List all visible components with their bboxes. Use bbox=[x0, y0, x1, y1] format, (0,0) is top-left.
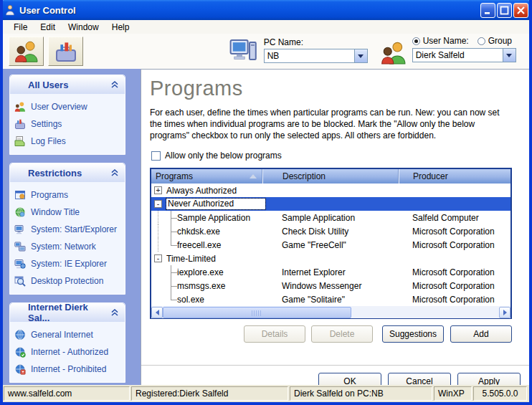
minimize-button[interactable] bbox=[480, 3, 495, 18]
toolbar: PC Name: NB User Name: Group Dierk bbox=[3, 34, 529, 69]
status-registered: Registered:Dierk Salfeld bbox=[131, 386, 288, 401]
section-header-restrictions[interactable]: Restrictions bbox=[10, 163, 125, 182]
maximize-button[interactable] bbox=[497, 3, 512, 18]
sidebar-item-system-start-explorer[interactable]: System: Start/Explorer bbox=[14, 221, 125, 238]
sidebar-item-system-network[interactable]: System: Network bbox=[14, 238, 125, 255]
column-header-programs[interactable]: Programs bbox=[151, 169, 262, 184]
tree-branch bbox=[151, 224, 177, 238]
page-description: For each user, define the times when par… bbox=[150, 107, 513, 141]
sidebar-item-settings[interactable]: Settings bbox=[14, 115, 125, 133]
sidebar-item-programs[interactable]: Programs bbox=[14, 186, 125, 204]
pc-name-select[interactable]: NB bbox=[264, 49, 368, 63]
globe-check-icon bbox=[14, 346, 26, 358]
sidebar-section-restrictions: Restrictions Programs Window Title Syste… bbox=[9, 163, 125, 295]
table-row[interactable]: msmsgs.exe Windows Messenger Microsoft C… bbox=[151, 279, 510, 292]
main-panel: Programs For each user, define the times… bbox=[141, 69, 529, 385]
dialog-actions: OK Cancel Apply bbox=[150, 373, 521, 385]
sidebar-section-all-users: All Users User Overview Settings Log Fil… bbox=[9, 75, 125, 155]
table-row[interactable]: Sample Application Sample Application Sa… bbox=[151, 211, 510, 224]
menu-help[interactable]: Help bbox=[105, 21, 136, 34]
sidebar-item-log-files[interactable]: Log Files bbox=[14, 133, 125, 150]
tree-branch bbox=[151, 292, 177, 306]
app-window-icon bbox=[14, 189, 26, 201]
scroll-right-icon[interactable] bbox=[499, 307, 510, 318]
sidebar-item-internet-prohibited[interactable]: Internet - Prohibited bbox=[14, 361, 125, 378]
status-os: WinXP bbox=[434, 386, 472, 401]
menu-file[interactable]: File bbox=[7, 21, 34, 34]
sidebar: All Users User Overview Settings Log Fil… bbox=[3, 69, 141, 385]
table-row-group[interactable]: + Always Authorized bbox=[151, 184, 510, 197]
sidebar-item-desktop-protection[interactable]: Desktop Protection bbox=[14, 272, 125, 290]
table-row[interactable]: chkdsk.exe Check Disk Utility Microsoft … bbox=[151, 224, 510, 238]
dropdown-arrow-icon[interactable] bbox=[354, 49, 367, 62]
horizontal-scrollbar[interactable] bbox=[151, 306, 510, 318]
allow-only-checkbox[interactable] bbox=[151, 151, 161, 161]
sidebar-item-internet-authorized[interactable]: Internet - Authorized bbox=[14, 343, 125, 361]
column-header-description[interactable]: Description bbox=[262, 169, 399, 184]
user-name-radio[interactable] bbox=[412, 37, 420, 45]
cancel-button[interactable]: Cancel bbox=[388, 373, 451, 385]
magnifier-icon bbox=[14, 275, 26, 287]
add-button[interactable]: Add bbox=[450, 325, 512, 343]
sidebar-item-user-overview[interactable]: User Overview bbox=[14, 98, 125, 115]
table-body: + Always Authorized - Never Authorized bbox=[151, 184, 510, 306]
collapse-minus-icon[interactable]: - bbox=[154, 200, 162, 208]
statusbar: www.salfeld.com Registered:Dierk Salfeld… bbox=[3, 385, 529, 402]
sort-ascending-icon bbox=[250, 174, 257, 178]
expand-plus-icon[interactable]: + bbox=[154, 186, 162, 194]
computer-icon bbox=[14, 224, 26, 235]
details-button: Details bbox=[244, 325, 305, 343]
table-header: Programs Description Producer bbox=[151, 169, 510, 184]
chevron-up-icon[interactable] bbox=[110, 169, 119, 176]
delete-button: Delete bbox=[311, 325, 373, 343]
status-website: www.salfeld.com bbox=[4, 386, 130, 401]
divider bbox=[141, 365, 529, 366]
status-user-pc: Dierk Salfeld on PC:NB bbox=[290, 386, 432, 401]
sidebar-section-internet: Internet Dierk Sal... General Internet I… bbox=[9, 302, 125, 383]
toolbox-toolbar-button[interactable] bbox=[48, 37, 83, 66]
globe-block-icon bbox=[14, 363, 26, 375]
users-toolbar-button[interactable] bbox=[9, 37, 44, 66]
column-header-producer[interactable]: Producer bbox=[399, 169, 510, 184]
users-icon bbox=[14, 101, 26, 113]
table-row[interactable]: iexplore.exe Internet Explorer Microsoft… bbox=[151, 265, 510, 279]
table-row-group-selected[interactable]: - Never Authorized bbox=[151, 197, 510, 211]
titlebar[interactable]: User Control bbox=[0, 0, 532, 20]
suggestions-button[interactable]: Suggestions bbox=[382, 325, 444, 343]
users-icon bbox=[14, 41, 39, 62]
user-name-select[interactable]: Dierk Salfeld bbox=[412, 48, 516, 62]
scrollbar-thumb[interactable] bbox=[163, 307, 351, 318]
chevron-up-icon[interactable] bbox=[110, 309, 119, 316]
user-people-icon bbox=[381, 42, 407, 67]
sidebar-item-general-internet[interactable]: General Internet bbox=[14, 326, 125, 343]
table-row[interactable]: freecell.exe Game "FreeCell" Microsoft C… bbox=[151, 238, 510, 252]
menubar: File Edit Window Help bbox=[3, 20, 529, 34]
menu-window[interactable]: Window bbox=[62, 21, 105, 34]
section-header-all-users[interactable]: All Users bbox=[10, 75, 125, 94]
group-radio-label: Group bbox=[488, 36, 512, 46]
apply-button[interactable]: Apply bbox=[457, 373, 521, 385]
globe-icon bbox=[14, 329, 26, 340]
allow-only-row: Allow only the below programs bbox=[151, 151, 529, 161]
allow-only-label: Allow only the below programs bbox=[165, 151, 282, 161]
dropdown-arrow-icon[interactable] bbox=[503, 49, 516, 62]
tree-branch bbox=[151, 211, 177, 224]
tree-branch bbox=[151, 238, 177, 252]
network-icon bbox=[14, 241, 26, 252]
section-header-internet[interactable]: Internet Dierk Sal... bbox=[10, 303, 125, 322]
chevron-up-icon[interactable] bbox=[110, 81, 119, 88]
table-row-group[interactable]: - Time-Limited bbox=[151, 252, 510, 265]
table-row[interactable]: sol.exe Game "Solitaire" Microsoft Corpo… bbox=[151, 292, 510, 306]
sidebar-item-system-ie-explorer[interactable]: System: IE Explorer bbox=[14, 255, 125, 272]
sidebar-item-window-title[interactable]: Window Title bbox=[14, 204, 125, 221]
close-button[interactable] bbox=[513, 3, 528, 18]
collapse-minus-icon[interactable]: - bbox=[154, 254, 162, 262]
scroll-left-icon[interactable] bbox=[151, 307, 163, 318]
menu-edit[interactable]: Edit bbox=[34, 21, 62, 34]
programs-table: Programs Description Producer + bbox=[150, 168, 512, 319]
toolbox-icon bbox=[14, 118, 26, 130]
ok-button[interactable]: OK bbox=[318, 373, 381, 385]
group-radio[interactable] bbox=[478, 37, 485, 45]
scrollbar-track[interactable] bbox=[163, 307, 499, 318]
tree-branch bbox=[151, 265, 177, 279]
